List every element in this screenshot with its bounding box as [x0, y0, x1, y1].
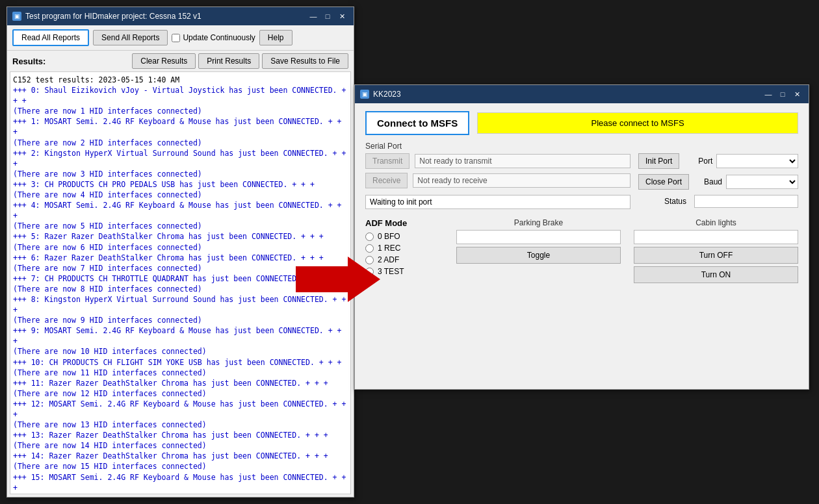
serial-port-label: Serial Port [365, 142, 798, 151]
list-item: +++ 11: Razer Razer DeathStalker Chroma … [13, 378, 348, 388]
adf-option-3-label: 3 TEST [378, 267, 404, 276]
right-maximize-button[interactable]: □ [776, 88, 789, 100]
save-results-button[interactable]: Save Results to File [262, 53, 348, 69]
results-header: Results: Clear Results Print Results Sav… [7, 51, 354, 71]
list-item: +++ 15: MOSART Semi. 2.4G RF Keyboard & … [13, 472, 348, 493]
list-item: +++ 1: MOSART Semi. 2.4G RF Keyboard & M… [13, 116, 348, 137]
list-item: +++ 13: Razer Razer DeathStalker Chroma … [13, 430, 348, 440]
list-item: +++ 10: CH PRODUCTS CH FLIGHT SIM YOKE U… [13, 357, 348, 368]
results-buttons: Clear Results Print Results Save Results… [132, 53, 348, 69]
list-item: (There are now 3 HID interfaces connecte… [13, 169, 348, 179]
status-label: Status [638, 197, 690, 206]
list-item: (There are now 5 HID interfaces connecte… [13, 221, 348, 231]
left-maximize-button[interactable]: □ [321, 10, 334, 22]
list-item: +++ 4: MOSART Semi. 2.4G RF Keyboard & M… [13, 200, 348, 221]
left-close-button[interactable]: ✕ [335, 10, 348, 22]
serial-left: Transmit Receive [365, 153, 630, 209]
list-item: (There are now 13 HID interfaces connect… [13, 420, 348, 430]
send-all-reports-button[interactable]: Send All Reports [93, 30, 168, 45]
baud-row: Close Port Baud [638, 174, 798, 190]
left-title-controls: — □ ✕ [307, 10, 348, 22]
list-item: (There are now 10 HID interfaces connect… [13, 346, 348, 357]
connect-to-msfs-button[interactable]: Connect to MSFS [365, 111, 469, 135]
port-select[interactable] [716, 154, 798, 168]
adf-option-2-label: 2 ADF [378, 255, 399, 264]
list-item: (There are now 15 HID interfaces connect… [13, 461, 348, 472]
adf-radio-0[interactable] [365, 233, 374, 241]
read-all-reports-button[interactable]: Read All Reports [12, 29, 89, 46]
parking-brake-label: Parking Brake [456, 218, 621, 227]
adf-mode-label: ADF Mode [365, 218, 443, 228]
list-item: C152 test results: 2023-05-15 1:40 AM [13, 75, 348, 85]
list-item: (There are now 4 HID interfaces connecte… [13, 190, 348, 200]
list-item: +++ 0: Shaul Eizikovich vJoy - Virtual J… [13, 85, 348, 106]
adf-option-1: 1 REC [365, 244, 443, 253]
port-row: Init Port Port [638, 153, 798, 169]
left-toolbar: Read All Reports Send All Reports Update… [7, 25, 354, 51]
right-title-left: ▣ KK2023 [360, 90, 401, 99]
list-item: +++ 12: MOSART Semi. 2.4G RF Keyboard & … [13, 399, 348, 420]
parking-brake-section: Parking Brake Toggle [456, 218, 621, 283]
svg-marker-0 [296, 257, 380, 302]
right-title-controls: — □ ✕ [762, 88, 803, 100]
turn-on-button[interactable]: Turn ON [634, 266, 798, 283]
list-item: (There are now 12 HID interfaces connect… [13, 388, 348, 399]
close-port-button[interactable]: Close Port [638, 174, 689, 190]
right-close-button[interactable]: ✕ [790, 88, 803, 100]
arrow-graphic [296, 253, 380, 305]
update-continuously-text: Update Continuously [183, 33, 255, 42]
update-continuously-checkbox[interactable] [172, 34, 180, 42]
port-label: Port [683, 157, 712, 166]
receive-status-input [413, 173, 630, 188]
right-content: Connect to MSFS Please connect to MSFS S… [355, 103, 809, 389]
adf-option-0-label: 0 BFO [378, 232, 400, 241]
transmit-button: Transmit [365, 153, 410, 169]
right-minimize-button[interactable]: — [762, 88, 775, 100]
cabin-lights-value [634, 230, 798, 244]
serial-main: Transmit Receive Init Port Port [365, 153, 798, 209]
connect-row: Connect to MSFS Please connect to MSFS [365, 111, 798, 135]
list-item: +++ 5: Razer Razer DeathStalker Chroma h… [13, 231, 348, 242]
receive-button: Receive [365, 173, 408, 188]
receive-row: Receive [365, 173, 630, 188]
status-value-input [694, 195, 798, 208]
adf-radio-1[interactable] [365, 244, 374, 253]
baud-label: Baud [693, 177, 722, 186]
right-window: ▣ KK2023 — □ ✕ Connect to MSFS Please co… [354, 84, 809, 390]
results-label: Results: [12, 57, 46, 66]
print-results-button[interactable]: Print Results [198, 53, 259, 69]
bottom-section: ADF Mode 0 BFO 1 REC 2 ADF 3 TEST [365, 218, 798, 283]
right-app-icon: ▣ [360, 90, 369, 99]
msfs-status-display: Please connect to MSFS [477, 112, 798, 134]
help-button[interactable]: Help [259, 30, 292, 45]
list-item: +++ 14: Razer Razer DeathStalker Chroma … [13, 451, 348, 461]
clear-results-button[interactable]: Clear Results [132, 53, 196, 69]
transmit-status-input [415, 154, 630, 168]
list-item: (There are now 16 HID interfaces connect… [13, 493, 348, 494]
list-item: (There are now 9 HID interfaces connecte… [13, 315, 348, 325]
list-item: +++ 3: CH PRODUCTS CH PRO PEDALS USB has… [13, 179, 348, 190]
list-item: (There are now 1 HID interfaces connecte… [13, 106, 348, 116]
adf-option-1-label: 1 REC [378, 244, 400, 253]
list-item: +++ 9: MOSART Semi. 2.4G RF Keyboard & M… [13, 325, 348, 346]
cabin-lights-section: Cabin lights Turn OFF Turn ON [634, 218, 798, 283]
parking-brake-value [456, 230, 621, 244]
left-title-bar: ▣ Test program for HIDmaker project: Ces… [7, 7, 354, 25]
list-item: (There are now 2 HID interfaces connecte… [13, 138, 348, 148]
turn-off-button[interactable]: Turn OFF [634, 247, 798, 264]
list-item: (There are now 6 HID interfaces connecte… [13, 242, 348, 253]
list-item: (There are now 11 HID interfaces connect… [13, 368, 348, 378]
toggle-button[interactable]: Toggle [456, 247, 621, 264]
update-continuously-label[interactable]: Update Continuously [172, 33, 255, 42]
serial-right: Init Port Port Close Port Baud Status [638, 153, 798, 209]
init-port-button[interactable]: Init Port [638, 153, 679, 169]
right-title-bar: ▣ KK2023 — □ ✕ [355, 85, 809, 103]
waiting-status-input [365, 195, 630, 209]
right-window-title: KK2023 [373, 90, 401, 99]
title-bar-left: ▣ Test program for HIDmaker project: Ces… [12, 12, 202, 21]
left-window-title: Test program for HIDmaker project: Cessn… [25, 12, 202, 21]
left-minimize-button[interactable]: — [307, 10, 320, 22]
baud-select[interactable] [726, 175, 798, 189]
left-window: ▣ Test program for HIDmaker project: Ces… [6, 6, 354, 498]
list-item: +++ 2: Kingston HyperX Virtual Surround … [13, 148, 348, 169]
